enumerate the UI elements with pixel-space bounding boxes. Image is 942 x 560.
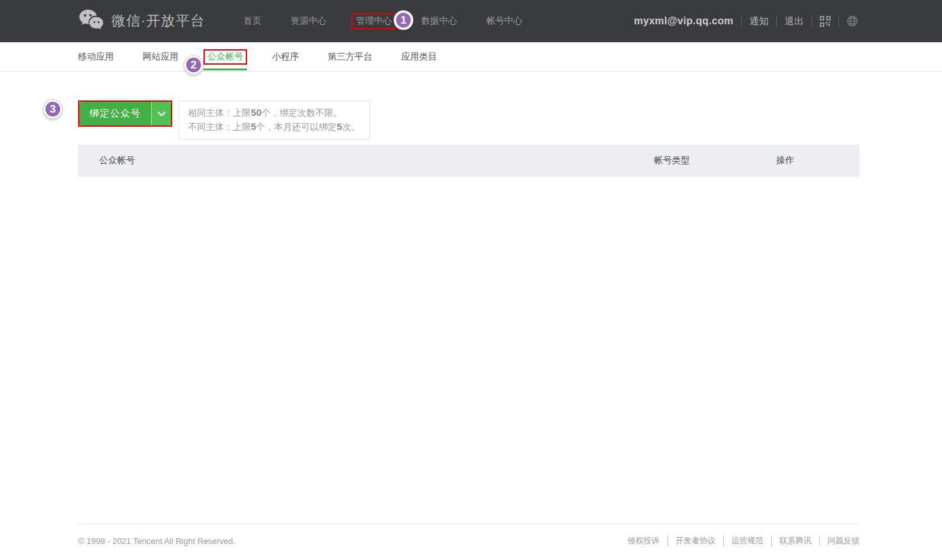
bind-button-label[interactable]: 绑定公众号 — [79, 102, 151, 125]
main-content: 绑定公众号 相同主体：上限50个，绑定次数不限。 不同主体：上限5个，本月还可以… — [78, 100, 859, 253]
column-header-action: 操作 — [776, 155, 859, 166]
column-header-account-type: 帐号类型 — [654, 155, 776, 166]
notice-link[interactable]: 通知 — [749, 15, 769, 28]
footer-link-contact-tencent[interactable]: 联系腾讯 — [771, 536, 819, 547]
bind-button-dropdown[interactable] — [151, 102, 171, 125]
subnav-item-mini-program[interactable]: 小程序 — [272, 51, 299, 63]
step-marker-1: 1 — [394, 11, 413, 29]
top-header: 微信·开放平台 首页 资源中心 管理中心 数据中心 帐号中心 myxml@vip… — [0, 0, 942, 42]
separator — [811, 16, 812, 26]
nav-item-home[interactable]: 首页 — [243, 15, 261, 27]
step-marker-2: 2 — [184, 56, 203, 74]
logout-link[interactable]: 退出 — [785, 15, 804, 28]
subnav-item-mobile-app[interactable]: 移动应用 — [78, 51, 114, 63]
footer-link-infringement-complaint[interactable]: 侵权投诉 — [620, 536, 667, 547]
secondary-nav: 移动应用 网站应用 公众帐号 小程序 第三方平台 应用类目 — [0, 42, 942, 72]
nav-item-account-center[interactable]: 帐号中心 — [486, 15, 522, 27]
quota-info-box: 相同主体：上限50个，绑定次数不限。 不同主体：上限5个，本月还可以绑定5次。 — [179, 100, 370, 140]
header-nav: 首页 资源中心 管理中心 数据中心 帐号中心 — [243, 13, 522, 29]
annotation-box-official-account: 公众帐号 — [204, 49, 247, 65]
footer-link-feedback[interactable]: 问题反馈 — [819, 536, 859, 547]
wechat-logo-icon — [79, 8, 104, 34]
chevron-down-icon — [157, 108, 166, 120]
bind-row: 绑定公众号 相同主体：上限50个，绑定次数不限。 不同主体：上限5个，本月还可以… — [78, 100, 859, 140]
separator — [776, 16, 777, 26]
bind-official-account-button[interactable]: 绑定公众号 — [79, 102, 171, 125]
copyright-text: © 1998 - 2021 Tencent All Right Reserved… — [78, 536, 236, 546]
footer-link-operation-rules[interactable]: 运营规范 — [723, 536, 771, 547]
qr-code-icon[interactable] — [820, 16, 831, 27]
nav-item-management-center[interactable]: 管理中心 — [356, 15, 392, 26]
accounts-table-header: 公众帐号 帐号类型 操作 — [78, 145, 859, 177]
footer-links: 侵权投诉 开发者协议 运营规范 联系腾讯 问题反馈 — [620, 536, 860, 547]
annotation-box-management-center: 管理中心 — [351, 13, 396, 29]
subnav-item-official-account[interactable]: 公众帐号 — [207, 51, 243, 61]
quota-line-2: 不同主体：上限5个，本月还可以绑定5次。 — [188, 120, 360, 134]
nav-item-resource-center[interactable]: 资源中心 — [291, 15, 326, 27]
brand-title: 微信·开放平台 — [111, 12, 205, 31]
nav-item-data-center[interactable]: 数据中心 — [421, 15, 457, 27]
step-marker-3: 3 — [44, 100, 62, 118]
quota-line-1: 相同主体：上限50个，绑定次数不限。 — [188, 106, 360, 120]
user-email[interactable]: myxml@vip.qq.com — [634, 15, 733, 27]
separator — [838, 16, 839, 26]
accounts-table-body-empty — [78, 177, 859, 253]
column-header-official-account: 公众帐号 — [78, 155, 654, 166]
brand[interactable]: 微信·开放平台 — [79, 8, 205, 34]
subnav-item-app-category[interactable]: 应用类目 — [401, 51, 437, 63]
footer: © 1998 - 2021 Tencent All Right Reserved… — [78, 524, 859, 547]
subnav-item-website-app[interactable]: 网站应用 — [143, 51, 179, 63]
separator — [741, 16, 742, 26]
header-user-area: myxml@vip.qq.com 通知 退出 — [634, 15, 858, 28]
annotation-box-bind-button: 绑定公众号 — [78, 100, 172, 127]
footer-link-developer-agreement[interactable]: 开发者协议 — [667, 536, 724, 547]
globe-language-icon[interactable] — [847, 15, 858, 27]
subnav-item-third-party-platform[interactable]: 第三方平台 — [328, 51, 372, 63]
